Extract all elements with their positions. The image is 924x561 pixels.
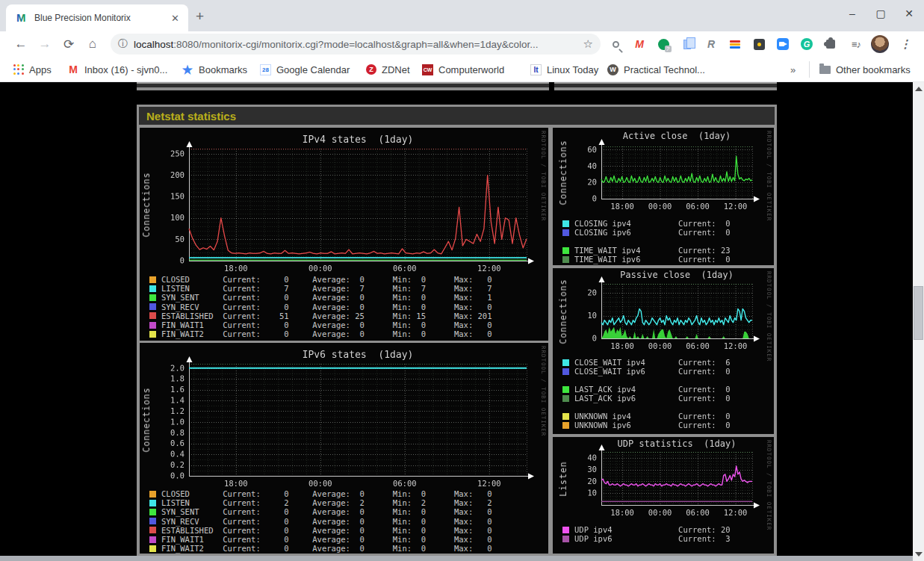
legend-row: UNKNOWN ipv4 Current: 0	[562, 412, 731, 421]
tab-title: Blue Precision Monitorix	[34, 13, 168, 23]
legend-row: ESTABLISHED Current: 0 Average: 0 Min: 0…	[149, 526, 492, 535]
legend-text: CLOSE_WAIT ipv4 Current: 6	[574, 358, 731, 367]
calendar-icon: 28	[260, 64, 271, 75]
legend-text: CLOSED Current: 0 Average: 0 Min: 0 Max:…	[161, 275, 492, 284]
keeper-extension-icon[interactable]	[750, 35, 768, 53]
legend-text: UNKNOWN ipv6 Current: 0	[574, 421, 731, 430]
rrdtool-watermark: RRDTOOL / TOBI OETIKER	[540, 346, 547, 436]
playlist-icon[interactable]: ≡♪	[847, 35, 865, 53]
scrollbar-up-arrow-icon[interactable]	[915, 87, 923, 91]
ipv4-states-graph[interactable]	[140, 128, 548, 274]
page-info-icon[interactable]: ⓘ	[118, 37, 128, 51]
other-bookmarks-label: Other bookmarks	[836, 64, 911, 75]
forward-icon[interactable]: →	[34, 34, 55, 55]
browser-titlebar: M Blue Precision Monitorix ✕ + – ▢ ✕	[0, 0, 924, 31]
reload-icon[interactable]: ⟳	[58, 34, 79, 55]
legend-text: UDP ipv4 Current: 20	[574, 525, 731, 534]
active-close-chart-panel[interactable]: ConnectionsRRDTOOL / TOBI OETIKERCLOSING…	[553, 128, 774, 265]
legend-swatch	[149, 322, 156, 329]
window-maximize-button[interactable]: ▢	[875, 7, 887, 19]
search-extension-icon[interactable]	[607, 35, 624, 53]
legend-text: FIN_WAIT1 Current: 0 Average: 0 Min: 0 M…	[161, 320, 492, 329]
legend-swatch	[562, 368, 569, 375]
legend-swatch	[562, 527, 569, 533]
legend-swatch	[562, 229, 569, 236]
bookmark-practical-tech[interactable]: W Practical Technol...	[607, 62, 705, 77]
grammarly-extension-icon[interactable]: G	[798, 35, 816, 53]
back-icon[interactable]: ←	[10, 34, 31, 55]
scrollbar-thumb[interactable]	[914, 286, 923, 340]
legend-text: SYN_SENT Current: 0 Average: 0 Min: 0 Ma…	[161, 507, 492, 516]
voice-extension-icon[interactable]	[654, 35, 672, 53]
bookmark-google-calendar[interactable]: 28 Google Calendar	[260, 62, 350, 77]
legend-swatch	[562, 395, 569, 402]
passive-close-graph[interactable]	[553, 268, 774, 350]
ipv6-states-chart-panel[interactable]: ConnectionsRRDTOOL / TOBI OETIKERCLOSED …	[140, 343, 548, 554]
bookmark-star-icon[interactable]: ☆	[583, 37, 593, 51]
bookmark-linux-today[interactable]: lt Linux Today	[530, 62, 598, 77]
ipv6-states-graph[interactable]	[140, 343, 548, 489]
legend-row: TIME_WAIT ipv4 Current: 23	[562, 246, 731, 255]
legend-text: FIN_WAIT2 Current: 0 Average: 0 Min: 0 M…	[161, 329, 492, 338]
scrollbar-down-arrow-icon[interactable]	[915, 552, 923, 557]
bookmark-apps[interactable]: Apps	[13, 62, 52, 77]
bookmark-zdnet[interactable]: Z ZDNet	[366, 62, 410, 77]
tab-close-icon[interactable]: ✕	[168, 13, 182, 24]
legend-row: CLOSING ipv6 Current: 0	[562, 228, 731, 237]
legend-swatch	[149, 509, 156, 515]
udp-statistics-chart-panel[interactable]: ListenRRDTOOL / TOBI OETIKERUDP ipv4 Cur…	[553, 437, 774, 554]
bookmark-label: Apps	[29, 64, 52, 75]
profile-avatar[interactable]	[871, 35, 889, 53]
window-minimize-button[interactable]: –	[846, 7, 858, 19]
y-axis-title: Connections	[141, 172, 152, 237]
r-extension-icon[interactable]: R	[702, 35, 720, 53]
gmail-icon: M	[67, 63, 79, 75]
legend-row: SYN_SENT Current: 0 Average: 0 Min: 0 Ma…	[149, 507, 492, 516]
legend-text: UDP ipv6 Current: 3	[574, 534, 731, 543]
legend-row: CLOSED Current: 0 Average: 0 Min: 0 Max:…	[149, 489, 492, 498]
bookmark-computerworld[interactable]: CW Computerworld	[422, 62, 504, 77]
legend-swatch	[562, 359, 569, 366]
bookmark-bookmarks[interactable]: ★ Bookmarks	[182, 62, 247, 77]
rrdtool-watermark: RRDTOOL / TOBI OETIKER	[766, 440, 772, 530]
rrdtool-watermark: RRDTOOL / TOBI OETIKER	[766, 271, 772, 362]
legend-row: LAST_ACK ipv4 Current: 0	[562, 385, 731, 394]
bookmarks-overflow-chevron[interactable]: »	[790, 62, 796, 77]
url-text[interactable]: localhost:8080/monitorix-cgi/monitorix.c…	[134, 39, 577, 50]
legend-swatch	[149, 303, 156, 310]
zoom-extension-icon[interactable]	[774, 35, 792, 53]
legend-swatch	[149, 285, 156, 292]
url-bar[interactable]: ⓘ localhost:8080/monitorix-cgi/monitorix…	[111, 34, 601, 55]
legend-swatch	[149, 276, 156, 283]
passive-close-chart-panel[interactable]: ConnectionsRRDTOOL / TOBI OETIKERCLOSE_W…	[553, 268, 774, 434]
url-host: localhost	[134, 39, 173, 50]
previous-section-bottom-left	[137, 82, 549, 90]
books-extension-icon[interactable]	[726, 35, 744, 53]
chrome-menu-icon[interactable]: ⋮	[896, 35, 914, 53]
udp-statistics-graph[interactable]	[553, 437, 774, 518]
legend-text: LISTEN Current: 2 Average: 2 Min: 2 Max:…	[161, 498, 492, 507]
legend-row: SYN_RECV Current: 0 Average: 0 Min: 0 Ma…	[149, 517, 492, 526]
legend-swatch	[149, 491, 156, 498]
active-close-graph[interactable]	[553, 128, 774, 211]
browser-tab[interactable]: M Blue Precision Monitorix ✕	[6, 4, 188, 31]
legend-text: CLOSING ipv6 Current: 0	[574, 228, 731, 237]
legend-row: CLOSING ipv4 Current: 0	[562, 219, 731, 228]
other-bookmarks[interactable]: Other bookmarks	[819, 62, 911, 77]
legend-swatch	[149, 545, 156, 552]
legend-swatch	[149, 331, 156, 338]
ipv4-states-chart-panel[interactable]: ConnectionsRRDTOOL / TOBI OETIKERCLOSED …	[140, 128, 548, 341]
legend-swatch	[562, 422, 569, 429]
window-close-button[interactable]: ✕	[903, 7, 915, 19]
legend-text: FIN_WAIT1 Current: 0 Average: 0 Min: 0 M…	[161, 535, 492, 544]
gmail-extension-icon[interactable]: M	[630, 35, 648, 53]
bookmark-inbox[interactable]: M Inbox (16) - sjvn0...	[67, 62, 167, 77]
star-icon: ★	[182, 63, 193, 75]
extensions-puzzle-icon[interactable]	[822, 35, 840, 53]
legend-row: FIN_WAIT1 Current: 0 Average: 0 Min: 0 M…	[149, 535, 492, 544]
monitorix-favicon: M	[16, 12, 28, 24]
vertical-scrollbar[interactable]	[913, 82, 924, 561]
home-icon[interactable]: ⌂	[82, 34, 103, 55]
new-tab-button[interactable]: +	[196, 8, 204, 25]
copy-pages-extension-icon[interactable]	[678, 35, 696, 53]
